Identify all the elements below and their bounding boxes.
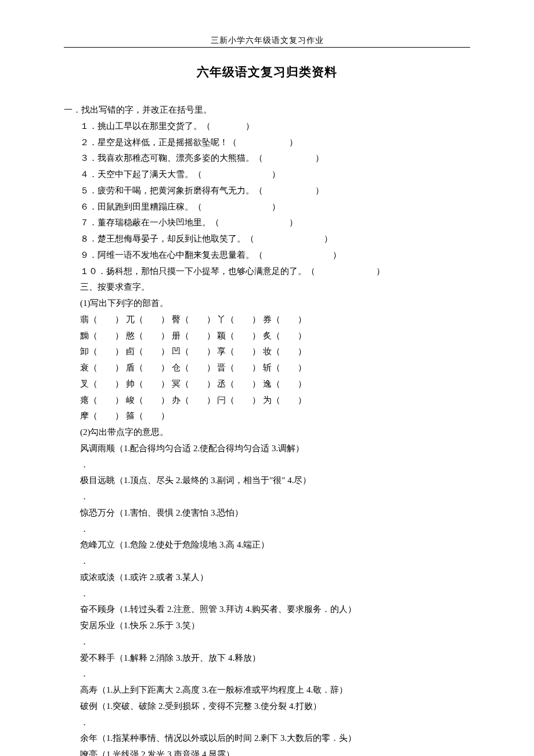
radical-cell: 炙（ ）	[263, 331, 306, 340]
section1-item: １０．扬科想，那怕只摸一下小提琴，也够心满意足的了。（ ）	[80, 264, 470, 280]
section1-heading: 一．找出写错的字，并改正在括号里。	[64, 102, 470, 118]
radical-cell: 券（ ）	[263, 315, 306, 324]
meaning-entries: 风调雨顺（1.配合得均匀合适 2.使配合得均匀合适 3.调解） ． 极目远眺（1…	[64, 441, 470, 756]
radical-row: 摩（ ） 箍（ ）	[80, 408, 470, 424]
radical-cell: 兀（ ）	[126, 315, 169, 324]
meaning-entry: 危峰兀立（1.危险 2.使处于危险境地 3.高 4.端正）	[80, 537, 470, 553]
radical-cell: 盾（ ）	[126, 363, 169, 372]
meaning-entry: 嘹亮（1.光线强 2.发光 3.声音强 4.显露）	[80, 747, 470, 756]
radical-cell: 妆（ ）	[263, 347, 306, 356]
radical-rows: 翡（ ） 兀（ ） 臀（ ） 丫（ ） 券（ ） 黝（ ） 憨（ ） 册（ ） …	[64, 312, 470, 424]
radical-cell: 憨（ ）	[126, 331, 169, 340]
radical-cell: 叉（ ）	[80, 379, 124, 388]
emphasis-dot: ．	[80, 553, 470, 570]
header-rule	[64, 47, 470, 48]
section1-item: ５．疲劳和干喝，把黄河象折磨得有气无力。（ ）	[80, 183, 470, 199]
section1-item: １．挑山工早以在那里交货了。（ ）	[80, 118, 470, 135]
radical-cell: 衰（ ）	[80, 363, 124, 372]
radical-cell: 臀（ ）	[172, 315, 215, 324]
radical-cell: 峻（ ）	[126, 395, 169, 405]
radical-cell: 箍（ ）	[126, 411, 169, 420]
radical-cell: 逸（ ）	[263, 379, 306, 388]
radical-cell: 为（ ）	[263, 395, 306, 405]
radical-cell: 丞（ ）	[217, 379, 261, 388]
document-title: 六年级语文复习归类资料	[64, 64, 470, 80]
section3-heading: 三、按要求查字。	[64, 279, 470, 296]
radical-cell: 帅（ ）	[126, 379, 169, 388]
section3-part2-heading: (2)勾出带点字的意思。	[64, 424, 470, 441]
radical-cell: 冥（ ）	[172, 379, 215, 388]
header-wrap: 三新小学六年级语文复习作业	[64, 35, 470, 46]
section1-item: ２．星空是这样低，正是摇摇欲坠呢！（ ）	[80, 135, 470, 151]
radical-cell: 办（ ）	[172, 395, 215, 405]
meaning-entry: 惊恐万分（1.害怕、畏惧 2.使害怕 3.恐怕）	[80, 505, 470, 521]
radical-row: 衰（ ） 盾（ ） 仓（ ） 晋（ ） 斩（ ）	[80, 360, 470, 376]
section1-item: ８．楚王想侮辱晏子，却反到让他取笑了。（ ）	[80, 231, 470, 247]
radical-cell: 翡（ ）	[80, 315, 124, 324]
meaning-entry: 高寿（1.从上到下距离大 2.高度 3.在一般标准或平均程度上 4.敬．辞）	[80, 682, 470, 699]
radical-cell: 卸（ ）	[80, 347, 124, 356]
section1-item: ６．田鼠跑到田里糟蹋庄稼。（ ）	[80, 199, 470, 215]
radical-row: 翡（ ） 兀（ ） 臀（ ） 丫（ ） 券（ ）	[80, 312, 470, 328]
emphasis-dot: ．	[80, 715, 470, 731]
section1-item: ９．阿维一语不发地在心中翻来复去思量着。（ ）	[80, 247, 470, 264]
radical-cell: 册（ ）	[172, 331, 215, 340]
radical-cell: 享（ ）	[217, 347, 261, 356]
section1-item: ７．董存瑞稳蔽在一小块凹地里。（ ）	[80, 215, 470, 231]
meaning-entry: 余年（1.指某种事情、情况以外或以后的时间 2.剩下 3.大数后的零．头）	[80, 730, 470, 747]
radical-cell: 凹（ ）	[172, 347, 215, 356]
meaning-entry: 安居乐业（1.快乐 2.乐于 3.笑）	[80, 618, 470, 634]
content-body: 一．找出写错的字，并改正在括号里。 １．挑山工早以在那里交货了。（ ） ２．星空…	[64, 102, 470, 756]
section3-part1-heading: (1)写出下列字的部首。	[64, 296, 470, 312]
section1-item: ３．我喜欢那稚态可鞠、漂亮多姿的大熊猫。（ ）	[80, 150, 470, 167]
radical-row: 卸（ ） 卣（ ） 凹（ ） 享（ ） 妆（ ）	[80, 344, 470, 360]
radical-row: 叉（ ） 帅（ ） 冥（ ） 丞（ ） 逸（ ）	[80, 376, 470, 393]
radical-cell: 摩（ ）	[80, 411, 124, 420]
emphasis-dot: ．	[80, 457, 470, 473]
radical-cell: 斩（ ）	[263, 363, 306, 372]
radical-cell: 颖（ ）	[217, 331, 261, 340]
emphasis-dot: ．	[80, 634, 470, 650]
radical-cell: 黝（ ）	[80, 331, 124, 340]
radical-cell: 卣（ ）	[126, 347, 169, 356]
emphasis-dot: ．	[80, 521, 470, 538]
emphasis-dot: ．	[80, 586, 470, 602]
section1-items: １．挑山工早以在那里交货了。（ ） ２．星空是这样低，正是摇摇欲坠呢！（ ） ３…	[64, 118, 470, 280]
meaning-entry: 爱不释手（1.解释 2.消除 3.放开、放下 4.释放）	[80, 650, 470, 667]
running-header: 三新小学六年级语文复习作业	[211, 36, 324, 45]
meaning-entry: 破例（1.突破、破除 2.受到损坏，变得不完整 3.使分裂 4.打败）	[80, 699, 470, 715]
emphasis-dot: ．	[80, 666, 470, 682]
radical-cell: 丫（ ）	[217, 315, 261, 324]
radical-cell: 瘪（ ）	[80, 395, 124, 405]
radical-cell: 闩（ ）	[217, 395, 261, 405]
page-container: 三新小学六年级语文复习作业 六年级语文复习归类资料 一．找出写错的字，并改正在括…	[0, 0, 534, 756]
meaning-entry: 极目远眺（1.顶点、尽头 2.最终的 3.副词，相当于"很" 4.尽）	[80, 473, 470, 489]
radical-cell: 仓（ ）	[172, 363, 215, 372]
radical-row: 黝（ ） 憨（ ） 册（ ） 颖（ ） 炙（ ）	[80, 328, 470, 344]
emphasis-dot: ．	[80, 489, 470, 505]
radical-row: 瘪（ ） 峻（ ） 办（ ） 闩（ ） 为（ ）	[80, 393, 470, 409]
section1-item: ４．天空中下起了满天大雪。（ ）	[80, 167, 470, 183]
meaning-entry: 或浓或淡（1.或许 2.或者 3.某人）	[80, 570, 470, 586]
radical-cell: 晋（ ）	[217, 363, 261, 372]
meaning-entry: 奋不顾身（1.转过头看 2.注意、照管 3.拜访 4.购买者、要求服务．的人）	[80, 602, 470, 618]
meaning-entry: 风调雨顺（1.配合得均匀合适 2.使配合得均匀合适 3.调解）	[80, 441, 470, 457]
